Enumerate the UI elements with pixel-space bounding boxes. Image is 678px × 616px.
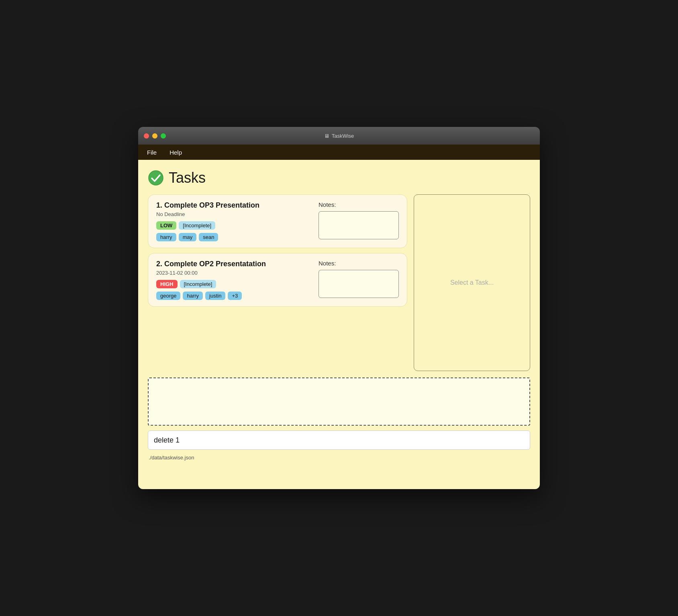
task-priority-badge-1: LOW [156, 221, 176, 230]
title-icon: 🖥 [324, 133, 329, 139]
notes-textarea-2[interactable] [319, 270, 399, 298]
notes-label-1: Notes: [319, 201, 399, 208]
window-controls [144, 133, 166, 139]
menu-bar: File Help [138, 145, 540, 160]
main-content: Tasks 1. Complete OP3 Presentation No De… [138, 160, 540, 489]
assignee-tag: may [179, 233, 197, 241]
task-notes-area-1: Notes: [319, 201, 399, 239]
menu-file[interactable]: File [144, 147, 160, 157]
task-priority-badge-2: HIGH [156, 280, 178, 288]
assignee-tag: justin [205, 292, 225, 300]
tasks-icon [148, 170, 164, 186]
command-input[interactable] [148, 430, 530, 450]
close-button[interactable] [144, 133, 149, 139]
task-info-1: 1. Complete OP3 Presentation No Deadline… [156, 201, 312, 241]
assignee-tag: harry [183, 292, 203, 300]
page-title: Tasks [169, 169, 206, 186]
task-status-badge-1: [Incomplete] [179, 221, 215, 230]
page-header: Tasks [148, 169, 530, 186]
assignee-tag: harry [156, 233, 176, 241]
minimize-button[interactable] [152, 133, 157, 139]
detail-panel: Select a Task... [414, 194, 530, 371]
bottom-dashed-box [148, 377, 530, 426]
title-bar: 🖥 TaskWise [138, 127, 540, 145]
task-deadline-1: No Deadline [156, 211, 312, 217]
assignee-tag: sean [199, 233, 218, 241]
task-assignees-2: george harry justin +3 [156, 292, 312, 300]
tasks-list: 1. Complete OP3 Presentation No Deadline… [148, 194, 407, 371]
task-info-2: 2. Complete OP2 Presentatation 2023-11-0… [156, 260, 312, 300]
task-badges-1: LOW [Incomplete] [156, 221, 312, 230]
task-row-1: 1. Complete OP3 Presentation No Deadline… [156, 201, 399, 241]
task-title-2: 2. Complete OP2 Presentatation [156, 260, 312, 268]
task-row-2: 2. Complete OP2 Presentatation 2023-11-0… [156, 260, 399, 300]
window-title: 🖥 TaskWise [324, 133, 354, 139]
status-bar: ./data/taskwise.json [148, 453, 530, 461]
task-card-1[interactable]: 1. Complete OP3 Presentation No Deadline… [148, 194, 407, 248]
notes-textarea-1[interactable] [319, 211, 399, 239]
task-notes-area-2: Notes: [319, 260, 399, 298]
menu-help[interactable]: Help [166, 147, 185, 157]
detail-placeholder: Select a Task... [450, 279, 494, 286]
task-card-2[interactable]: 2. Complete OP2 Presentatation 2023-11-0… [148, 253, 407, 307]
task-status-badge-2: [Incomplete] [180, 280, 216, 288]
svg-point-0 [149, 171, 163, 185]
task-title-1: 1. Complete OP3 Presentation [156, 201, 312, 210]
task-assignees-1: harry may sean [156, 233, 312, 241]
notes-label-2: Notes: [319, 260, 399, 267]
app-window: 🖥 TaskWise File Help Tasks [138, 127, 540, 489]
content-area: 1. Complete OP3 Presentation No Deadline… [148, 194, 530, 371]
assignee-tag: george [156, 292, 180, 300]
task-deadline-2: 2023-11-02 00:00 [156, 270, 312, 276]
assignee-more-tag: +3 [228, 292, 242, 300]
maximize-button[interactable] [161, 133, 166, 139]
task-badges-2: HIGH [Incomplete] [156, 280, 312, 288]
